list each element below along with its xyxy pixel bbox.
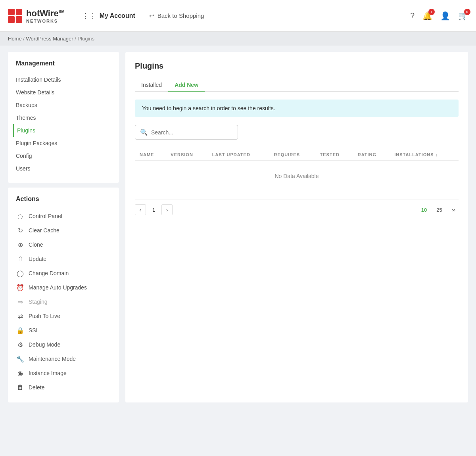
actions-section: Actions ◌ Control Panel ↻ Clear Cache ⊕ … xyxy=(8,188,119,402)
logo-sq-br xyxy=(16,16,23,23)
per-page-10[interactable]: 10 xyxy=(418,205,430,215)
info-banner: You need to begin a search in order to s… xyxy=(135,100,459,117)
col-last-updated: LAST UPDATED xyxy=(207,149,269,161)
no-data-row: No Data Available xyxy=(135,161,459,191)
search-icon: 🔍 xyxy=(140,128,148,136)
current-page: 1 xyxy=(149,205,158,215)
sidebar: Management Installation Details Website … xyxy=(8,52,119,402)
push-icon: ⇄ xyxy=(16,312,25,320)
lock-icon: 🔒 xyxy=(16,326,25,335)
breadcrumb-home[interactable]: Home xyxy=(8,36,22,42)
debug-icon: ⚙ xyxy=(16,340,25,349)
action-maintenance-mode[interactable]: 🔧 Maintenance Mode xyxy=(16,352,111,366)
shield-icon: ◌ xyxy=(16,212,25,220)
per-page-all[interactable]: ∞ xyxy=(449,205,459,215)
next-page-button[interactable]: › xyxy=(161,204,173,215)
search-input[interactable] xyxy=(151,129,233,136)
breadcrumb-sep1: / xyxy=(23,36,26,42)
action-instance-image[interactable]: ◉ Instance Image xyxy=(16,366,111,380)
prev-page-button[interactable]: ‹ xyxy=(135,204,146,215)
col-name: NAME xyxy=(135,149,166,161)
grid-icon: ⋮⋮ xyxy=(82,11,96,20)
action-staging: ⇒ Staging xyxy=(16,295,111,309)
col-requires: REQUIRES xyxy=(269,149,315,161)
logo-squares-icon xyxy=(8,9,22,23)
sidebar-item-plugins[interactable]: Plugins xyxy=(13,124,111,137)
action-delete[interactable]: 🗑 Delete xyxy=(16,380,111,395)
back-arrow-icon: ↩ xyxy=(149,12,154,19)
breadcrumb-current: Plugins xyxy=(77,36,94,42)
logo-hotwire: hotWireSM xyxy=(26,8,65,19)
my-account-nav[interactable]: ⋮⋮ My Account xyxy=(77,8,141,23)
management-title: Management xyxy=(16,60,111,67)
action-debug-mode[interactable]: ⚙ Debug Mode xyxy=(16,337,111,352)
sidebar-item-installation-details[interactable]: Installation Details xyxy=(16,73,111,86)
pagination: ‹ 1 › 10 25 ∞ xyxy=(135,199,459,215)
tab-installed[interactable]: Installed xyxy=(135,79,168,91)
sidebar-item-backups[interactable]: Backups xyxy=(16,99,111,111)
question-icon: ? xyxy=(410,11,415,20)
cart-button[interactable]: 🛒 0 xyxy=(458,11,468,21)
action-clone[interactable]: ⊕ Clone xyxy=(16,238,111,252)
action-control-panel[interactable]: ◌ Control Panel xyxy=(16,209,111,223)
table-header-row: NAME VERSION LAST UPDATED REQUIRES TESTE… xyxy=(135,149,459,161)
logo-sq-tr xyxy=(16,9,23,15)
col-rating: RATING xyxy=(353,149,390,161)
logo-text: hotWireSM NETWORKS xyxy=(26,8,65,23)
page-title: Plugins xyxy=(135,61,459,71)
per-page-25[interactable]: 25 xyxy=(433,205,445,215)
notifications-button[interactable]: 🔔 1 xyxy=(422,11,432,21)
sort-icon: ↓ xyxy=(436,152,438,157)
main-content: Plugins Installed Add New You need to be… xyxy=(125,52,468,402)
refresh-icon: ↻ xyxy=(16,226,25,235)
trash-icon: 🗑 xyxy=(16,383,25,392)
col-tested: TESTED xyxy=(315,149,353,161)
logo-networks: NETWORKS xyxy=(26,19,65,23)
upload-icon: ⇧ xyxy=(16,255,25,263)
arrow-right-icon: ⇒ xyxy=(16,297,25,306)
actions-title: Actions xyxy=(16,195,111,203)
action-change-domain[interactable]: ◯ Change Domain xyxy=(16,266,111,280)
logo-area: hotWireSM NETWORKS xyxy=(8,8,65,23)
clone-icon: ⊕ xyxy=(16,240,25,249)
header-divider xyxy=(145,8,145,24)
sidebar-item-website-details[interactable]: Website Details xyxy=(16,86,111,99)
history-icon: ⏰ xyxy=(16,283,25,292)
col-installations[interactable]: INSTALLATIONS ↓ xyxy=(390,149,459,161)
action-ssl[interactable]: 🔒 SSL xyxy=(16,323,111,337)
notification-badge: 1 xyxy=(428,9,435,15)
action-update[interactable]: ⇧ Update xyxy=(16,252,111,266)
plugins-table: NAME VERSION LAST UPDATED REQUIRES TESTE… xyxy=(135,149,459,191)
management-nav: Installation Details Website Details Bac… xyxy=(16,73,111,175)
plugins-tabs: Installed Add New xyxy=(135,79,459,92)
sidebar-item-plugin-packages[interactable]: Plugin Packages xyxy=(16,137,111,149)
table-header: NAME VERSION LAST UPDATED REQUIRES TESTE… xyxy=(135,149,459,161)
my-account-label: My Account xyxy=(100,12,135,19)
action-clear-cache[interactable]: ↻ Clear Cache xyxy=(16,223,111,238)
table-body: No Data Available xyxy=(135,161,459,191)
action-manage-auto-upgrades[interactable]: ⏰ Manage Auto Upgrades xyxy=(16,280,111,295)
logo-sq-tl xyxy=(8,9,15,15)
sidebar-item-users[interactable]: Users xyxy=(16,162,111,175)
logo-sq-bl xyxy=(8,16,15,23)
user-button[interactable]: 👤 xyxy=(440,11,450,21)
main-layout: Management Installation Details Website … xyxy=(0,46,476,409)
user-icon: 👤 xyxy=(440,11,450,20)
no-data-cell: No Data Available xyxy=(135,161,459,191)
col-version: VERSION xyxy=(166,149,207,161)
breadcrumb-wordpress-manager[interactable]: WordPress Manager xyxy=(26,36,73,42)
back-shopping-label: Back to Shopping xyxy=(157,12,204,19)
info-message: You need to begin a search in order to s… xyxy=(142,105,275,111)
sidebar-item-themes[interactable]: Themes xyxy=(16,111,111,124)
cart-badge: 0 xyxy=(464,9,470,15)
wrench-icon: 🔧 xyxy=(16,354,25,363)
header: hotWireSM NETWORKS ⋮⋮ My Account ↩ Back … xyxy=(0,0,476,32)
sidebar-item-config[interactable]: Config xyxy=(16,149,111,162)
search-box[interactable]: 🔍 xyxy=(135,125,238,140)
action-push-to-live[interactable]: ⇄ Push To Live xyxy=(16,309,111,323)
help-button[interactable]: ? xyxy=(410,11,415,20)
back-to-shopping[interactable]: ↩ Back to Shopping xyxy=(149,12,204,19)
tab-add-new[interactable]: Add New xyxy=(168,79,205,91)
instance-icon: ◉ xyxy=(16,369,25,377)
management-section: Management Installation Details Website … xyxy=(8,52,119,183)
